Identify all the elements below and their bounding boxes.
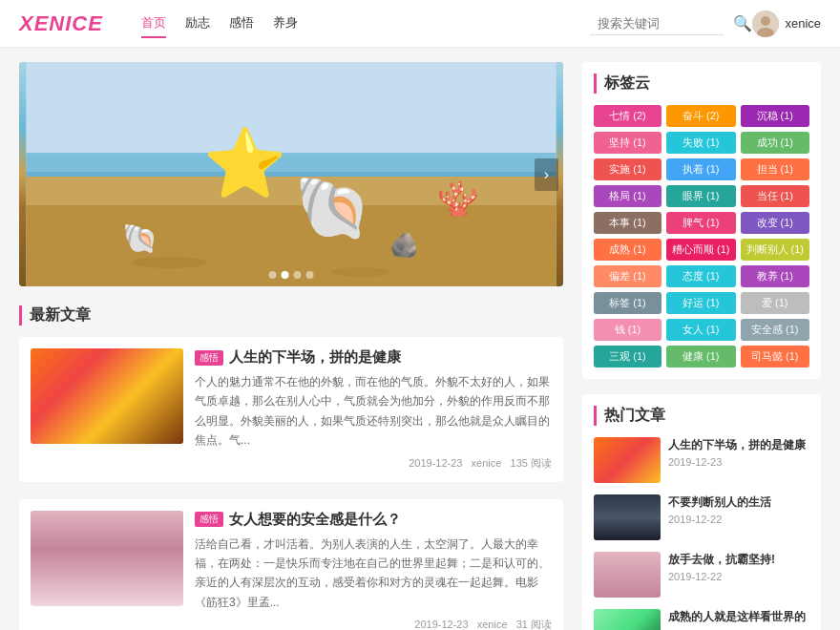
tag-item[interactable]: 实施 (1) — [594, 158, 662, 180]
nav-encouragement[interactable]: 励志 — [185, 10, 210, 38]
article-title-2[interactable]: 女人想要的安全感是什么？ — [229, 511, 401, 529]
hot-thumb-4 — [594, 609, 661, 630]
article-tag-1: 感悟 — [195, 350, 223, 366]
tag-item[interactable]: 标签 (1) — [594, 292, 662, 314]
svg-rect-4 — [27, 62, 556, 158]
tag-item[interactable]: 钱 (1) — [594, 319, 662, 341]
hot-date-1: 2019-12-23 — [668, 456, 809, 468]
article-excerpt-1: 个人的魅力通常不在他的外貌，而在他的气质。外貌不太好的人，如果气质卓越，那么在别… — [195, 372, 552, 451]
hot-info-2: 不要判断别人的生活 2019-12-22 — [668, 494, 809, 540]
nav-health[interactable]: 养身 — [273, 10, 298, 38]
slider-dots — [269, 271, 314, 279]
hot-articles-section: 热门文章 人生的下半场，拼的是健康 2019-12-23 不要判断别人的生活 2… — [582, 394, 821, 630]
page-container: ⭐ 🐚 🐚 🪨 🪸 › — [0, 48, 840, 630]
slider-dot-1[interactable] — [269, 271, 277, 279]
hot-article-item[interactable]: 放手去做，抗霸坚持! 2019-12-22 — [594, 552, 809, 598]
hero-slider[interactable]: ⭐ 🐚 🐚 🪨 🪸 › — [19, 62, 563, 286]
hot-title-4[interactable]: 成熟的人就是这样看世界的 — [668, 609, 809, 625]
user-area[interactable]: xenice — [752, 10, 821, 37]
avatar — [752, 10, 779, 37]
tag-item[interactable]: 女人 (1) — [666, 319, 736, 341]
hot-info-3: 放手去做，抗霸坚持! 2019-12-22 — [668, 552, 809, 598]
svg-text:⭐: ⭐ — [203, 124, 287, 203]
hot-thumb-1 — [594, 437, 661, 483]
tag-grid: 七情 (2)奋斗 (2)沉稳 (1)坚持 (1)失败 (1)成功 (1)实施 (… — [594, 105, 809, 368]
article-meta-2: 2019-12-23 xenice 31 阅读 — [195, 618, 552, 630]
svg-point-15 — [332, 267, 389, 277]
nav-home[interactable]: 首页 — [141, 10, 166, 38]
tag-item[interactable]: 判断别人 (1) — [741, 239, 810, 261]
tag-item[interactable]: 教养 (1) — [741, 265, 810, 287]
hot-info-4: 成熟的人就是这样看世界的 2019-12-22 — [668, 609, 809, 630]
slider-dot-3[interactable] — [294, 271, 302, 279]
svg-text:🐚: 🐚 — [294, 171, 372, 245]
article-item: 感悟 人生的下半场，拼的是健康 个人的魅力通常不在他的外貌，而在他的气质。外貌不… — [19, 337, 563, 482]
svg-text:🪨: 🪨 — [389, 230, 420, 260]
tag-item[interactable]: 好运 (1) — [666, 292, 736, 314]
svg-point-1 — [761, 16, 770, 26]
tag-item[interactable]: 当任 (1) — [741, 185, 810, 207]
article-thumbnail-2 — [31, 511, 183, 606]
slider-dot-4[interactable] — [306, 271, 314, 279]
tag-item[interactable]: 安全感 (1) — [741, 319, 810, 341]
tag-item[interactable]: 眼界 (1) — [666, 185, 736, 207]
slider-dot-2[interactable] — [282, 271, 289, 279]
tag-item[interactable]: 糟心而顺 (1) — [666, 239, 736, 261]
hot-article-item[interactable]: 不要判断别人的生活 2019-12-22 — [594, 494, 809, 540]
svg-text:🐚: 🐚 — [122, 221, 158, 256]
article-body-2: 感悟 女人想要的安全感是什么？ 活给自己看，才叫活着。为别人表演的人生，太空洞了… — [195, 511, 552, 630]
article-item: 感悟 女人想要的安全感是什么？ 活给自己看，才叫活着。为别人表演的人生，太空洞了… — [19, 499, 563, 630]
hot-date-3: 2019-12-22 — [668, 571, 809, 582]
article-title-1[interactable]: 人生的下半场，拼的是健康 — [229, 348, 401, 367]
search-input[interactable] — [590, 12, 724, 35]
article-thumbnail-1 — [31, 348, 183, 444]
svg-point-14 — [132, 257, 208, 268]
hero-image: ⭐ 🐚 🐚 🪨 🪸 — [19, 62, 563, 286]
tag-item[interactable]: 三观 (1) — [594, 346, 662, 368]
tag-item[interactable]: 失败 (1) — [666, 132, 736, 154]
tag-item[interactable]: 担当 (1) — [741, 158, 810, 180]
tag-item[interactable]: 成熟 (1) — [594, 239, 662, 261]
hot-title-2[interactable]: 不要判断别人的生活 — [668, 494, 809, 511]
slider-next-button[interactable]: › — [535, 158, 558, 191]
sidebar: 标签云 七情 (2)奋斗 (2)沉稳 (1)坚持 (1)失败 (1)成功 (1)… — [582, 62, 821, 630]
article-tag-2: 感悟 — [195, 512, 223, 527]
hot-date-2: 2019-12-22 — [668, 514, 809, 525]
tag-item[interactable]: 七情 (2) — [594, 105, 662, 127]
main-nav: 首页 励志 感悟 养身 — [141, 10, 298, 38]
hot-title-3[interactable]: 放手去做，抗霸坚持! — [668, 552, 809, 568]
tag-item[interactable]: 偏差 (1) — [594, 265, 662, 287]
hot-article-item[interactable]: 成熟的人就是这样看世界的 2019-12-22 — [594, 609, 809, 630]
svg-text:🪸: 🪸 — [437, 178, 479, 219]
tag-item[interactable]: 态度 (1) — [666, 265, 736, 287]
hot-thumb-3 — [594, 552, 661, 598]
tag-item[interactable]: 改变 (1) — [741, 212, 810, 234]
article-excerpt-2: 活给自己看，才叫活着。为别人表演的人生，太空洞了。人最大的幸福，在两处：一是快乐… — [195, 535, 552, 613]
username-label: xenice — [785, 16, 821, 31]
tag-cloud-title: 标签云 — [594, 74, 809, 94]
tag-item[interactable]: 奋斗 (2) — [666, 105, 736, 127]
tag-item[interactable]: 本事 (1) — [594, 212, 662, 234]
tag-item[interactable]: 格局 (1) — [594, 185, 662, 207]
latest-articles-title: 最新文章 — [19, 305, 563, 326]
article-body-1: 感悟 人生的下半场，拼的是健康 个人的魅力通常不在他的外貌，而在他的气质。外貌不… — [195, 348, 552, 471]
hot-thumb-2 — [594, 494, 661, 540]
tag-cloud-section: 标签云 七情 (2)奋斗 (2)沉稳 (1)坚持 (1)失败 (1)成功 (1)… — [582, 62, 821, 379]
tag-item[interactable]: 沉稳 (1) — [741, 105, 810, 127]
tag-item[interactable]: 爱 (1) — [741, 292, 810, 314]
tag-item[interactable]: 健康 (1) — [666, 346, 736, 368]
tag-item[interactable]: 执着 (1) — [666, 158, 736, 180]
header: XENICE 首页 励志 感悟 养身 🔍 xenice — [0, 0, 840, 48]
hot-article-item[interactable]: 人生的下半场，拼的是健康 2019-12-23 — [594, 437, 809, 483]
tag-item[interactable]: 司马懿 (1) — [741, 346, 810, 368]
main-content: ⭐ 🐚 🐚 🪨 🪸 › — [19, 62, 563, 630]
hot-title-1[interactable]: 人生的下半场，拼的是健康 — [668, 437, 809, 453]
article-meta-1: 2019-12-23 xenice 135 阅读 — [195, 456, 552, 471]
tag-item[interactable]: 脾气 (1) — [666, 212, 736, 234]
tag-item[interactable]: 坚持 (1) — [594, 132, 662, 154]
nav-insight[interactable]: 感悟 — [229, 10, 254, 38]
search-area: 🔍 — [590, 12, 752, 35]
tag-item[interactable]: 成功 (1) — [741, 132, 810, 154]
logo[interactable]: XENICE — [19, 11, 103, 36]
search-icon[interactable]: 🔍 — [733, 14, 752, 32]
